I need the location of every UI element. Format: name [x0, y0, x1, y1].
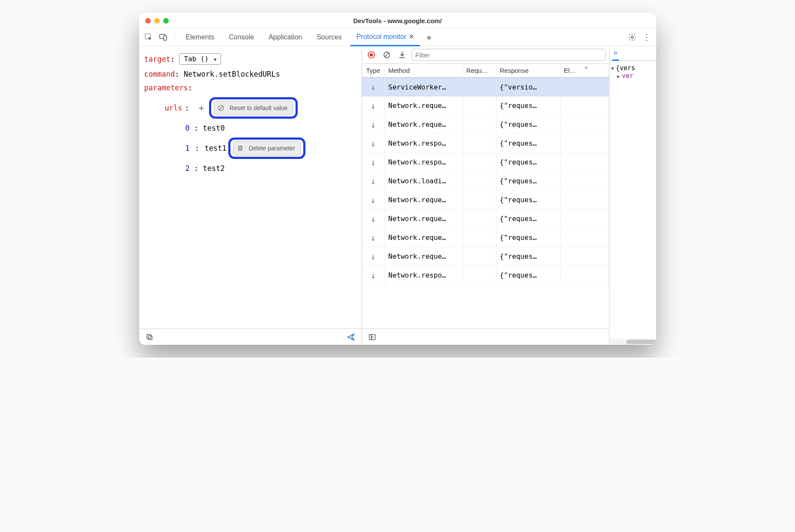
cell-request: [463, 153, 496, 171]
monitor-panel: Type Method Requ… Response El… ▲ ↓Servic…: [362, 46, 656, 345]
table-body[interactable]: ↓ServiceWorker…{"versio…↓Network.reque…{…: [362, 78, 609, 329]
copy-icon[interactable]: [143, 331, 155, 343]
main-tab-bar: Elements Console Application Sources Pro…: [139, 28, 656, 46]
table-row[interactable]: ↓Network.respo…{"reques…: [362, 153, 609, 172]
cell-response: {"reques…: [496, 172, 561, 190]
command-value[interactable]: Network.setBlockedURLs: [184, 70, 280, 78]
cell-method: Network.reque…: [385, 247, 463, 266]
cell-elapsed: [561, 115, 609, 134]
table-row[interactable]: ↓Network.reque…{"reques…: [362, 115, 609, 134]
url-value-0[interactable]: test0: [203, 124, 224, 132]
command-label: command: [144, 70, 175, 78]
table-row[interactable]: ↓Network.respo…{"reques…: [362, 266, 609, 285]
cell-elapsed: [561, 266, 609, 284]
url-index-2: 2: [185, 164, 190, 173]
table-row[interactable]: ↓Network.reque…{"reques…: [362, 209, 609, 228]
clear-button[interactable]: [381, 49, 393, 61]
url-value-2[interactable]: test2: [203, 164, 224, 173]
send-command-button[interactable]: [345, 331, 357, 343]
cell-elapsed: [561, 172, 609, 190]
cell-request: [463, 115, 496, 134]
table-row[interactable]: ↓Network.reque…{"reques…: [362, 228, 609, 247]
reset-default-button[interactable]: Reset to default value: [214, 101, 293, 115]
table-row[interactable]: ↓Network.reque…{"reques…: [362, 96, 609, 115]
cell-response: {"reques…: [496, 153, 561, 171]
cell-method: Network.respo…: [385, 153, 463, 171]
svg-rect-2: [164, 36, 167, 40]
delete-parameter-button[interactable]: Delete parameter: [233, 141, 301, 155]
filter-input[interactable]: [412, 49, 606, 61]
target-select[interactable]: Tab (): [179, 53, 221, 65]
add-url-button[interactable]: ＋: [196, 103, 206, 113]
tab-console[interactable]: Console: [223, 28, 260, 46]
cell-request: [463, 209, 496, 228]
table-row[interactable]: ↓Network.respo…{"reques…: [362, 134, 609, 153]
tab-sources[interactable]: Sources: [311, 28, 348, 46]
cell-elapsed: [561, 153, 609, 171]
editor-footer: [139, 329, 362, 345]
arrow-down-icon: ↓: [365, 176, 381, 186]
delete-highlight: Delete parameter: [228, 137, 305, 159]
col-request[interactable]: Requ…: [463, 64, 496, 77]
cell-response: {"reques…: [496, 209, 561, 228]
table-row[interactable]: ↓Network.reque…{"reques…: [362, 191, 609, 209]
cell-request: [463, 134, 496, 152]
settings-icon[interactable]: [626, 31, 638, 43]
command-editor-panel: target: Tab () command: Network.setBlock…: [139, 46, 362, 345]
window-title: DevTools - www.google.com/: [139, 17, 656, 24]
cell-method: Network.reque…: [385, 209, 463, 228]
col-type[interactable]: Type: [362, 64, 385, 77]
horizontal-scrollbar[interactable]: [610, 339, 656, 345]
svg-line-11: [385, 53, 389, 57]
cell-elapsed: [561, 191, 609, 209]
tab-application[interactable]: Application: [263, 28, 308, 46]
expand-icon[interactable]: ▼: [611, 66, 614, 72]
kebab-menu-icon[interactable]: ⋮: [641, 31, 653, 43]
svg-rect-9: [370, 54, 373, 57]
cell-method: Network.reque…: [385, 191, 463, 209]
cell-response: {"reques…: [496, 247, 561, 266]
cell-response: {"reques…: [496, 134, 561, 152]
urls-label: urls: [165, 104, 182, 112]
arrow-down-icon: ↓: [365, 82, 381, 92]
toggle-sidebar-button[interactable]: [366, 331, 378, 343]
table-row[interactable]: ↓Network.loadi…{"reques…: [362, 172, 609, 191]
arrow-down-icon: ↓: [365, 251, 381, 262]
cell-method: Network.reque…: [385, 96, 463, 115]
arrow-down-icon: ↓: [365, 195, 381, 205]
monitor-footer: [362, 329, 609, 345]
cell-response: {"reques…: [496, 191, 561, 209]
target-label: target: [144, 55, 170, 63]
trash-icon: [235, 143, 245, 153]
record-button[interactable]: [365, 49, 377, 61]
col-method[interactable]: Method: [385, 64, 463, 77]
cell-response: {"reques…: [496, 228, 561, 247]
titlebar: DevTools - www.google.com/: [139, 13, 656, 28]
cell-request: [463, 228, 496, 247]
cell-elapsed: [561, 228, 609, 247]
cell-elapsed: [561, 78, 609, 96]
details-tree[interactable]: ▼{vers ▶ver: [610, 61, 656, 203]
arrow-down-icon: ↓: [365, 120, 381, 130]
svg-point-3: [631, 36, 633, 39]
table-row[interactable]: ↓Network.reque…{"reques…: [362, 247, 609, 266]
inspect-icon[interactable]: [143, 31, 155, 43]
cell-response: {"reques…: [496, 96, 561, 115]
more-tabs-icon[interactable]: »: [423, 31, 435, 43]
svg-rect-7: [147, 335, 151, 338]
expand-icon[interactable]: ▶: [617, 73, 620, 79]
url-value-1[interactable]: test1: [204, 144, 226, 152]
cell-request: [463, 78, 496, 96]
col-response[interactable]: Response: [496, 64, 561, 77]
tab-protocol-monitor[interactable]: Protocol monitor ✕: [350, 28, 421, 46]
svg-rect-6: [148, 336, 152, 340]
details-overflow-button[interactable]: »: [612, 46, 619, 61]
block-icon: [216, 103, 226, 113]
url-index-0: 0: [185, 124, 190, 132]
table-row[interactable]: ↓ServiceWorker…{"versio…: [362, 78, 609, 96]
device-toolbar-icon[interactable]: [157, 31, 169, 43]
cell-method: Network.respo…: [385, 266, 463, 284]
tab-elements[interactable]: Elements: [180, 28, 221, 46]
download-button[interactable]: [396, 49, 408, 61]
close-tab-icon[interactable]: ✕: [409, 33, 414, 41]
